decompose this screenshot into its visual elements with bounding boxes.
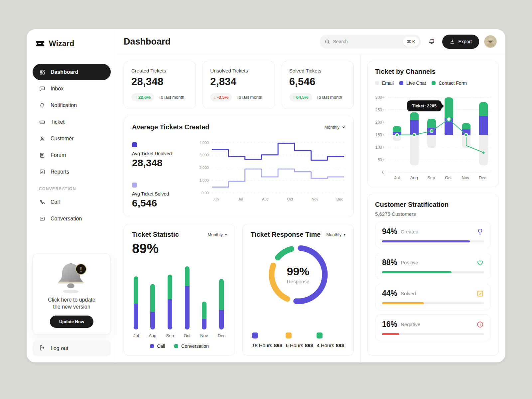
ticket-statistic-card: Ticket Statistic Monthly ▾ 89% JulAugSep… bbox=[124, 224, 235, 356]
search-icon bbox=[325, 39, 330, 45]
stat-note: To last month bbox=[236, 95, 262, 100]
call-segment bbox=[134, 304, 138, 330]
bar-category-label: Aug bbox=[149, 333, 156, 338]
y-tick-label: 200+ bbox=[375, 120, 384, 125]
y-tick-label: 50+ bbox=[378, 158, 384, 162]
sidebar-item-dashboard[interactable]: Dashboard bbox=[33, 64, 111, 80]
svg-text:2,000: 2,000 bbox=[200, 166, 209, 170]
stat-value: 28,348 bbox=[131, 76, 188, 88]
statistic-period-select[interactable]: Monthly ▾ bbox=[207, 232, 227, 237]
stratification-item-solved: 44%Solved bbox=[375, 284, 491, 310]
sidebar-item-ticket[interactable]: Ticket bbox=[33, 114, 111, 130]
response-period-select[interactable]: Monthly ▾ bbox=[326, 232, 345, 237]
average-step-chart: 4,0003,0002,0001,0000.00JunJulAugOctNovD… bbox=[195, 133, 345, 202]
stratification-percent: 16% bbox=[382, 320, 397, 329]
conversation-segment bbox=[134, 276, 138, 304]
progress-track bbox=[382, 333, 484, 335]
logout-button[interactable]: Log out bbox=[33, 340, 111, 356]
legend-label: Contact Form bbox=[439, 80, 467, 86]
sidebar-item-forum[interactable]: Forum bbox=[33, 147, 111, 163]
stratification-label: Positive bbox=[401, 260, 476, 265]
svg-text:Oct: Oct bbox=[287, 197, 293, 201]
sidebar-item-reports[interactable]: Reports bbox=[33, 164, 111, 180]
stacked-bar bbox=[185, 266, 190, 330]
update-now-button[interactable]: Update Now bbox=[50, 316, 93, 328]
bar-category-label: Dec bbox=[218, 333, 225, 338]
search-input[interactable] bbox=[333, 39, 400, 44]
stratification-subtitle: 5,6275 Customers bbox=[375, 211, 491, 217]
progress-fill bbox=[382, 240, 470, 242]
conversation-section-label: CONVERSATION bbox=[39, 187, 104, 191]
progress-fill bbox=[382, 271, 452, 273]
bar-category-label: Oct bbox=[184, 333, 190, 338]
conversation-nav: CallConversation bbox=[33, 194, 111, 227]
donut-legend-item: 4 Hours89$ bbox=[317, 332, 344, 348]
stat-delta-badge: ↑ 64,5% bbox=[289, 93, 312, 101]
legend-label: Email bbox=[382, 80, 394, 86]
legend-label: Conversation bbox=[181, 343, 209, 349]
average-period-select[interactable]: Monthly bbox=[324, 125, 345, 130]
bar-category-label: Jul bbox=[133, 333, 139, 338]
search-shortcut-hint: ⌘ K bbox=[403, 37, 419, 47]
svg-text:1,000: 1,000 bbox=[200, 178, 209, 182]
sidebar-item-label: Forum bbox=[51, 152, 66, 158]
legend-label: Avg Ticket Solved bbox=[132, 191, 195, 197]
export-button[interactable]: Export bbox=[442, 35, 479, 49]
bar-group-dec: Dec bbox=[218, 279, 225, 338]
stratification-items: 94%Created88%Positive44%Solved16%Negativ… bbox=[375, 222, 491, 341]
sidebar-item-conversation[interactable]: Conversation bbox=[33, 210, 111, 227]
x-tick-label: Jul bbox=[388, 175, 406, 180]
main-nav: DashboardInboxNotificationTicketCustomer… bbox=[33, 64, 111, 180]
sidebar-item-label: Notification bbox=[51, 102, 77, 108]
stat-value: 6,546 bbox=[289, 76, 346, 88]
stratification-row: 88%Positive bbox=[382, 258, 484, 267]
inbox-icon bbox=[39, 85, 46, 92]
legend-label: 6 Hours89$ bbox=[286, 342, 313, 348]
sidebar-item-call[interactable]: Call bbox=[33, 194, 111, 210]
notification-bell-icon bbox=[428, 38, 435, 45]
stratification-percent: 94% bbox=[382, 227, 397, 236]
stratification-label: Created bbox=[401, 229, 476, 234]
bottom-row: Ticket Statistic Monthly ▾ 89% JulAugSep… bbox=[124, 224, 354, 356]
customer-stratification-card: Customer Stratification 5,6275 Customers… bbox=[367, 194, 499, 356]
sidebar-item-customer[interactable]: Customer bbox=[33, 130, 111, 147]
legend-swatch bbox=[432, 81, 436, 85]
stacked-bar bbox=[134, 276, 138, 330]
channels-legend: EmailLive ChatContact Form bbox=[375, 80, 491, 86]
stratification-title: Customer Stratification bbox=[375, 201, 491, 208]
caret-down-icon: ▾ bbox=[344, 233, 345, 236]
page-title: Dashboard bbox=[124, 37, 315, 47]
notifications-button[interactable] bbox=[426, 36, 437, 47]
stat-label: Unsolved Tickets bbox=[210, 68, 267, 73]
stat-delta-row: ↓ -3,5%To last month bbox=[210, 93, 267, 101]
x-tick-label: Dec bbox=[474, 175, 491, 180]
bulb-icon bbox=[476, 228, 484, 236]
legend-swatch bbox=[132, 183, 137, 188]
sidebar-item-label: Ticket bbox=[51, 119, 65, 125]
ticket-logo-icon bbox=[35, 39, 45, 49]
legend-label: Avg Ticket Unolved bbox=[132, 151, 195, 156]
progress-track bbox=[382, 240, 484, 242]
bell-3d-illustration: ! bbox=[52, 260, 91, 294]
call-segment bbox=[219, 310, 224, 330]
donut-legend-item: 6 Hours89$ bbox=[286, 332, 313, 348]
stratification-percent: 88% bbox=[382, 258, 397, 267]
bar-category-label: Sep bbox=[166, 333, 174, 338]
legend-swatch bbox=[286, 332, 292, 338]
avatar[interactable] bbox=[484, 35, 497, 48]
ticket-statistic-chart: JulAugSepOctNovDec bbox=[132, 258, 227, 338]
bar-group-aug: Aug bbox=[149, 284, 156, 338]
legend-swatch bbox=[174, 344, 178, 348]
sidebar-item-inbox[interactable]: Inbox bbox=[33, 80, 111, 97]
stacked-bar bbox=[150, 284, 155, 330]
stat-note: To last month bbox=[317, 95, 342, 100]
call-segment bbox=[202, 319, 206, 330]
logout-label: Log out bbox=[51, 345, 68, 351]
check-square-icon bbox=[476, 290, 484, 298]
ticket-statistic-legend: CallConversation bbox=[132, 343, 227, 349]
search-box[interactable]: ⌘ K bbox=[320, 35, 421, 49]
stratification-item-created: 94%Created bbox=[375, 222, 491, 248]
y-tick-label: 100+ bbox=[375, 145, 384, 150]
sidebar-item-notification[interactable]: Notification bbox=[33, 97, 111, 113]
right-column: Ticket by Channels EmailLive ChatContact… bbox=[360, 54, 505, 362]
